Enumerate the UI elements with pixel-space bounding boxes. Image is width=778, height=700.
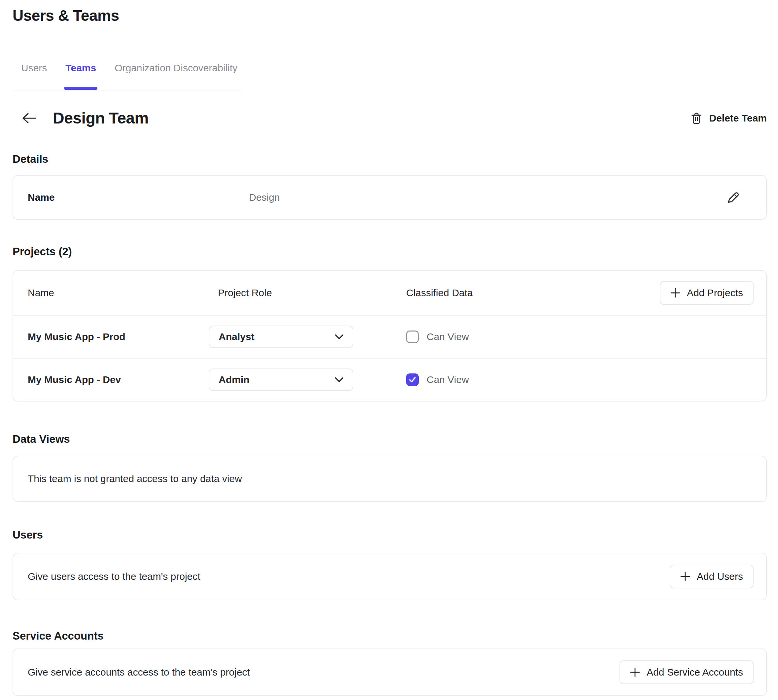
add-projects-button[interactable]: Add Projects [660,281,753,305]
table-row: My Music App - Prod Analyst Can View [13,316,766,358]
projects-card: Name Project Role Classified Data Add Pr… [13,270,767,402]
page-title: Users & Teams [13,6,767,25]
service-accounts-card: Give service accounts access to the team… [13,648,767,696]
projects-table-header: Name Project Role Classified Data Add Pr… [13,271,766,316]
column-header-name: Name [28,287,209,298]
column-header-classified-data: Classified Data [406,287,660,298]
details-name-value: Design [249,192,280,203]
chevron-down-icon [335,377,343,382]
add-users-button[interactable]: Add Users [670,565,753,588]
tab-organization-discoverability[interactable]: Organization Discoverability [115,62,237,90]
chevron-down-icon [335,334,343,340]
project-name: My Music App - Dev [28,374,209,385]
data-views-empty-text: This team is not granted access to any d… [28,473,242,484]
project-role-select[interactable]: Admin [209,368,353,391]
details-name-label: Name [28,192,249,203]
can-view-label: Can View [426,331,469,342]
add-projects-label: Add Projects [687,287,743,298]
users-teams-page: Users & Teams Users Teams Organization D… [0,0,778,700]
table-row: My Music App - Dev Admin Can View [13,358,766,401]
edit-name-button[interactable] [726,190,740,205]
add-service-accounts-button[interactable]: Add Service Accounts [620,660,753,684]
can-view-label: Can View [426,374,469,385]
back-arrow-icon [22,113,36,124]
plus-icon [670,288,680,298]
details-name-row: Name Design [13,176,766,219]
details-card: Name Design [13,175,767,220]
service-accounts-heading: Service Accounts [13,629,767,643]
delete-team-button[interactable]: Delete Team [691,112,767,124]
project-name: My Music App - Prod [28,331,209,342]
data-views-heading: Data Views [13,433,767,446]
users-empty-text: Give users access to the team's project [28,571,200,582]
project-role-select[interactable]: Analyst [209,325,353,348]
check-icon [409,377,416,383]
team-header: Design Team Delete Team [13,108,767,128]
plus-icon [630,667,640,677]
tab-bar: Users Teams Organization Discoverability [13,62,241,90]
users-card: Give users access to the team's project … [13,553,767,600]
can-view-checkbox[interactable] [406,373,419,386]
plus-icon [680,572,690,582]
add-users-label: Add Users [697,571,743,582]
column-header-project-role: Project Role [209,287,406,298]
data-views-card: This team is not granted access to any d… [13,456,767,502]
users-heading: Users [13,528,767,542]
add-service-accounts-label: Add Service Accounts [646,667,743,678]
tab-teams[interactable]: Teams [65,62,96,90]
team-title: Design Team [53,108,148,128]
project-role-value: Admin [218,374,249,385]
tab-users[interactable]: Users [21,62,47,90]
can-view-checkbox[interactable] [406,330,419,343]
pencil-icon [726,191,740,204]
trash-icon [691,112,702,124]
details-heading: Details [13,153,767,166]
service-accounts-empty-text: Give service accounts access to the team… [28,667,250,678]
back-button[interactable] [22,113,36,124]
projects-heading: Projects (2) [13,245,767,258]
project-role-value: Analyst [218,331,254,342]
delete-team-label: Delete Team [709,113,767,124]
